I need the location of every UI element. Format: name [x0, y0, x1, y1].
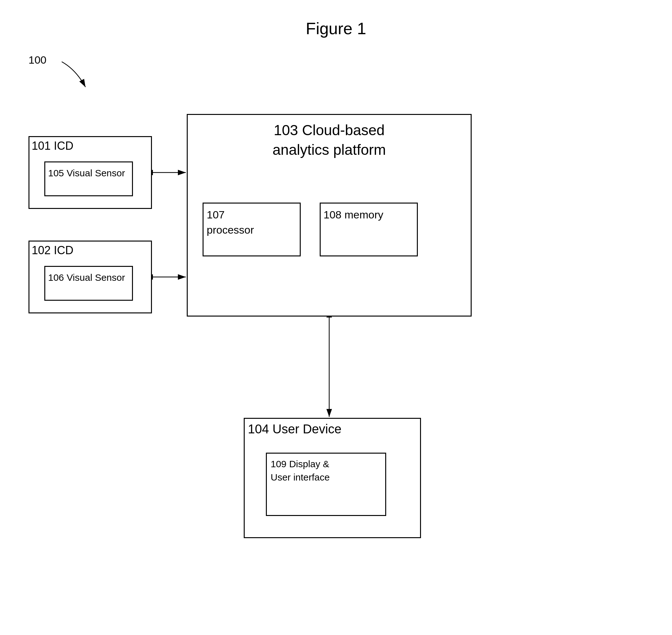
label-cloud103: 103 Cloud-basedanalytics platform: [190, 120, 469, 159]
label-display109: 109 Display &User interface: [270, 457, 330, 484]
diagram-container: Figure 1 100 101 ICD 105: [0, 0, 672, 635]
label-sensor105: 105 Visual Sensor: [48, 168, 125, 178]
label-icd101: 101 ICD: [31, 139, 73, 153]
figure-title: Figure 1: [306, 19, 366, 38]
diagram-svg: [0, 0, 672, 635]
label-icd102: 102 ICD: [31, 244, 73, 257]
label-sensor106: 106 Visual Sensor: [48, 272, 125, 283]
label-userdevice104: 104 User Device: [248, 422, 342, 436]
label-memory108: 108 memory: [324, 207, 383, 222]
box-sensor105: [44, 161, 133, 196]
box-sensor106: [44, 266, 133, 301]
label-processor107: 107processor: [207, 207, 254, 237]
ref-100-label: 100: [28, 54, 46, 66]
